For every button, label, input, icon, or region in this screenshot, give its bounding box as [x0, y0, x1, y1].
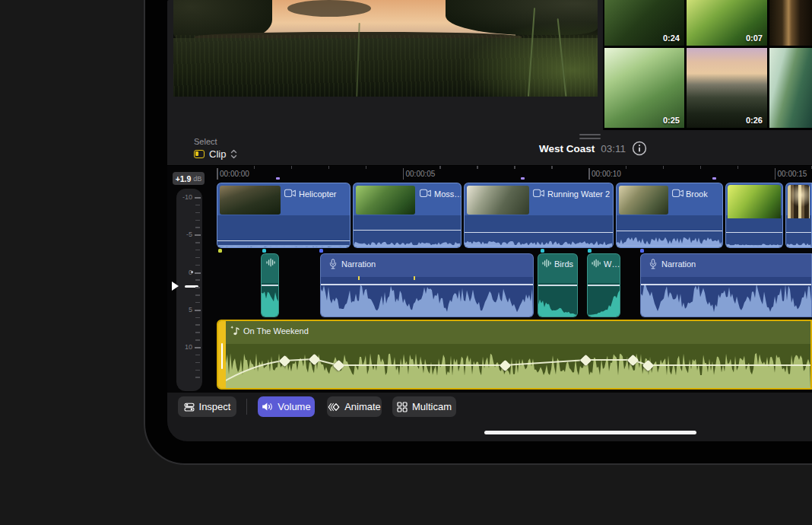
clip-thumbnail: [728, 185, 781, 218]
clip-marker-dot: [262, 249, 266, 253]
volume-fader-value[interactable]: +1.9 dB: [173, 172, 205, 185]
timeline-audio-clip-sfx[interactable]: [261, 253, 279, 317]
fader-minor-tick: [195, 227, 200, 228]
animate-label: Animate: [344, 401, 381, 412]
fader-major-tick: [195, 272, 201, 274]
clip-thumbnail: [788, 185, 810, 218]
fader-scale-label: 10: [176, 343, 192, 351]
clip-name: Narration: [341, 259, 376, 269]
clip-name: Helicopter: [299, 189, 337, 199]
video-preview[interactable]: [173, 0, 598, 97]
clip-bottom-edge: [617, 245, 722, 247]
clip-name: W…: [604, 259, 620, 269]
microphone-icon: [649, 259, 658, 269]
ruler-minor-tick: [366, 166, 367, 169]
select-mode-value: Clip: [209, 148, 226, 160]
trim-handle-left[interactable]: [218, 321, 226, 388]
project-title-row: West Coast 03:11: [539, 141, 647, 156]
timeline-music-clip[interactable]: On The Weekend: [217, 320, 812, 390]
timeline-video-clip-fern[interactable]: [725, 183, 783, 248]
fader-minor-tick: [195, 317, 200, 319]
clip-bottom-edge: [787, 245, 810, 247]
fader-minor-tick: [195, 370, 200, 371]
timeline-video-clip-running-water[interactable]: Running Water 2: [464, 183, 614, 248]
fader-major-tick: [195, 234, 201, 236]
browser-clip[interactable]: 0:24: [604, 0, 684, 46]
panel-drag-handle[interactable]: [579, 138, 601, 139]
project-info-button[interactable]: [632, 141, 647, 156]
ruler-minor-tick: [328, 166, 330, 169]
waveform-reference-line: [217, 240, 350, 242]
multicam-grid-icon: [397, 402, 408, 412]
volume-fader-track[interactable]: -10-50510: [176, 189, 202, 391]
viewer-panel: 00:00:17:15 35 %: [167, 0, 603, 130]
browser-clip[interactable]: 0:07: [687, 0, 767, 46]
clip-duration: 0:25: [663, 116, 680, 125]
fader-minor-tick: [195, 287, 200, 288]
audio-waveform: [538, 286, 577, 317]
ruler-minor-tick: [477, 166, 478, 169]
timeline-video-clip-brook[interactable]: Brook: [616, 183, 723, 248]
animate-keyframe-icon: [328, 402, 340, 412]
timeline-audio-clip-narration-1[interactable]: Narration: [320, 253, 534, 317]
browser-clip[interactable]: [769, 48, 812, 128]
inspect-button[interactable]: Inspect: [178, 396, 236, 417]
multicam-button[interactable]: Multicam: [392, 396, 456, 417]
clip-name: Narration: [661, 259, 696, 269]
browser-clip[interactable]: 0:26: [687, 48, 767, 128]
preview-reflection: [287, 0, 371, 17]
ruler-minor-tick: [626, 166, 627, 169]
clip-thumbnail: [220, 186, 281, 215]
browser-clip[interactable]: 0:25: [604, 48, 684, 128]
ruler-time-label: 00:00:05: [406, 170, 436, 178]
ruler-major-tick: [403, 168, 404, 180]
timeline-audio-clip-birds[interactable]: Birds: [538, 253, 578, 317]
ruler-minor-tick: [439, 166, 441, 169]
timeline-video-clip-birch[interactable]: [785, 183, 812, 248]
transport-bar: 00:00:17:15 35 %: [167, 97, 603, 130]
fader-pointer-icon: [172, 282, 179, 291]
timeline-audio-clip-w[interactable]: W…: [587, 253, 620, 317]
home-indicator[interactable]: [484, 431, 696, 434]
camera-icon: [672, 189, 684, 198]
clip-marker-dot: [218, 249, 222, 253]
music-note-icon: [230, 326, 241, 336]
browser-clip[interactable]: [769, 0, 812, 46]
waveform-reference-line: [262, 285, 278, 286]
fader-db-unit: dB: [193, 175, 201, 183]
clip-name: Birds: [554, 259, 573, 269]
timeline-video-clip-moss[interactable]: Moss…: [353, 183, 462, 248]
animate-button[interactable]: Animate: [327, 396, 382, 417]
waveform-reference-line: [786, 232, 811, 234]
multicam-label: Multicam: [412, 401, 452, 412]
waveform-reference-line: [588, 285, 620, 286]
volume-button[interactable]: Volume: [258, 396, 315, 417]
bottom-toolbar: Inspect Volume Animate Multicam: [167, 393, 812, 441]
chevron-up-down-icon: [230, 149, 237, 159]
clip-thumbnail: [356, 186, 415, 215]
fader-minor-tick: [195, 332, 200, 333]
microphone-icon: [328, 259, 338, 269]
waveform-reference-line: [617, 231, 722, 232]
select-mode-dropdown[interactable]: Clip: [194, 148, 237, 160]
fader-minor-tick: [195, 355, 200, 356]
waveform-reference-line: [321, 284, 533, 285]
ruler-minor-tick: [700, 166, 702, 169]
fader-minor-tick: [195, 250, 200, 251]
panel-drag-handle[interactable]: [579, 134, 601, 135]
waveform-icon: [592, 259, 601, 268]
waveform-reference-line: [641, 284, 811, 285]
camera-icon: [533, 189, 544, 198]
fader-db-value: +1.9: [176, 174, 192, 183]
camera-icon: [420, 189, 431, 198]
speaker-icon: [262, 402, 273, 412]
fader-minor-tick: [195, 362, 200, 364]
timeline-video-clip-helicopter[interactable]: Helicopter: [217, 183, 350, 248]
fader-minor-tick: [195, 279, 200, 281]
clip-bottom-edge: [354, 245, 460, 247]
project-duration: 03:11: [601, 143, 626, 154]
clip-name: On The Weekend: [243, 326, 309, 336]
volume-label: Volume: [278, 401, 310, 412]
select-label: Select: [194, 137, 217, 146]
timeline-audio-clip-narration-2[interactable]: Narration: [640, 253, 812, 317]
